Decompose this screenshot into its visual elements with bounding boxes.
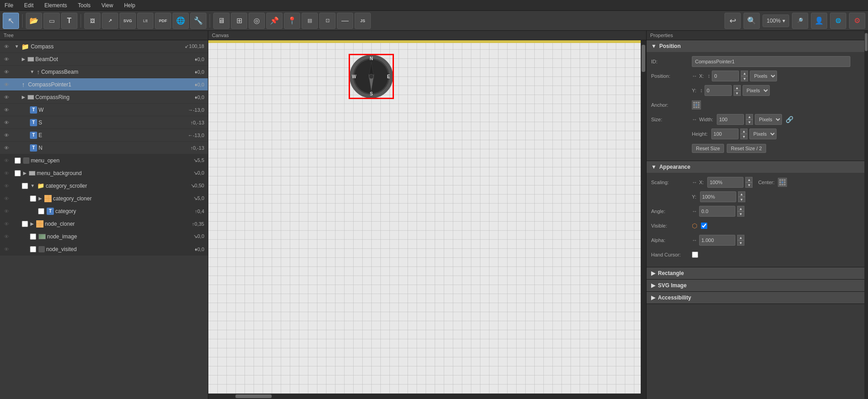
height-input[interactable] (711, 128, 739, 139)
alpha-input[interactable] (699, 235, 735, 246)
pdf-btn[interactable]: PDF (155, 13, 171, 29)
tree-row-compassbeam[interactable]: 👁 ▼ ↑ CompassBeam ♦0,0 (0, 66, 208, 78)
x-scale-spin-up[interactable]: ▲ (745, 177, 753, 182)
x-scale-spin-down[interactable]: ▼ (745, 182, 753, 188)
vis-icon-compassring[interactable]: 👁 (0, 91, 13, 104)
vis-icon-category-scroller[interactable]: 👁 (0, 180, 13, 192)
reset-size-btn[interactable]: Reset Size (692, 144, 724, 153)
visible-checkbox[interactable] (701, 223, 707, 229)
image-btn[interactable]: 🖼 (84, 13, 101, 29)
lettle-btn[interactable]: Ltt (137, 13, 153, 29)
canvas-scrollbar-horizontal[interactable] (208, 394, 641, 399)
profile-btn[interactable]: 👤 (811, 13, 827, 29)
tree-row-s[interactable]: 👁 T S ↑0,-13 (0, 116, 208, 129)
check-menu-open[interactable] (14, 157, 21, 164)
angle-input[interactable] (699, 206, 735, 217)
aspect-lock-icon[interactable]: 🔗 (786, 116, 793, 123)
svg-image-section-header[interactable]: ▶ SVG Image (647, 280, 868, 291)
x-scale-input[interactable] (707, 177, 743, 188)
x-position-input[interactable] (712, 71, 739, 81)
height-spin-down[interactable]: ▼ (740, 134, 748, 139)
plugin-btn[interactable]: 🔧 (190, 13, 206, 29)
check-node-cloner[interactable] (22, 221, 28, 227)
vis-icon-menu-open[interactable]: 👁 (0, 154, 13, 167)
tree-row-menu-open[interactable]: 👁 menu_open ↘5,5 (0, 154, 208, 167)
zoom-search-btn[interactable]: 🔍 (743, 13, 760, 29)
angle-spin-down[interactable]: ▼ (737, 211, 744, 217)
check-node-visited[interactable] (30, 246, 36, 252)
scroll-h-thumb[interactable] (235, 394, 272, 398)
heatmap-btn[interactable]: ▤ (302, 13, 318, 29)
y-arrows[interactable]: ↕ (700, 87, 703, 94)
height-unit-select[interactable]: Pixels (749, 128, 777, 139)
tree-row-e[interactable]: 👁 T E ←-13,0 (0, 129, 208, 142)
screen-btn[interactable]: 🔎 (792, 13, 808, 29)
expand-compassbeam[interactable]: ▼ (30, 69, 34, 74)
tree-row-menu-background[interactable]: 👁 ▶ menu_background ↘0,0 (0, 167, 208, 180)
vis-icon-category[interactable]: 👁 (0, 205, 13, 218)
vis-icon-compass[interactable]: 👁 (0, 40, 13, 53)
expand-compassring[interactable]: ▶ (22, 95, 25, 100)
anchor-grid[interactable] (692, 100, 701, 109)
id-input[interactable] (692, 56, 850, 67)
angle-spin-up[interactable]: ▲ (737, 206, 744, 211)
rectangle-section-header[interactable]: ▶ Rectangle (647, 267, 868, 279)
zoom-selector[interactable]: 100% ▾ (762, 14, 789, 27)
tree-row-category[interactable]: 👁 T category ↑0,4 (0, 205, 208, 218)
check-category-scroller[interactable] (22, 183, 28, 189)
vis-icon-node-cloner[interactable]: 👁 (0, 218, 13, 230)
undo-btn[interactable]: ↩ (724, 13, 741, 29)
angle-link-icon[interactable]: ↔ (692, 208, 697, 214)
cursor-btn[interactable]: ↗ (102, 13, 118, 29)
expand-compass[interactable]: ▼ (14, 44, 19, 49)
y-spin-down[interactable]: ▼ (734, 90, 741, 96)
canvas-container[interactable]: N S E W (208, 40, 646, 399)
y-scale-spin-up[interactable]: ▲ (738, 191, 745, 197)
vis-icon-compassbeam[interactable]: 👁 (0, 66, 13, 78)
scroll-v-thumb[interactable] (642, 45, 645, 72)
check-menu-background[interactable] (14, 170, 21, 176)
tree-row-category-scroller[interactable]: 👁 ▼ 📁 category_scroller ↘0,50 (0, 180, 208, 192)
check-category[interactable] (38, 208, 44, 214)
expand-category-cloner[interactable]: ▶ (38, 196, 42, 201)
accessibility-section-header[interactable]: ▶ Accessibility (647, 292, 868, 304)
canvas-scrollbar-vertical[interactable] (641, 40, 646, 399)
y-position-input[interactable] (705, 85, 732, 96)
expand-category-scroller[interactable]: ▼ (30, 183, 35, 188)
vis-icon-n[interactable]: 👁 (0, 142, 13, 154)
vis-icon-s[interactable]: 👁 (0, 116, 13, 129)
tree-row-w[interactable]: 👁 T W →-13,0 (0, 104, 208, 116)
x-arrows[interactable]: ↕ (707, 73, 710, 79)
visible-binding-icon[interactable]: ⬡ (692, 222, 697, 229)
check-node-image[interactable] (30, 233, 36, 240)
appearance-section-header[interactable]: ▼ Appearance (647, 161, 868, 173)
vis-icon-category-cloner[interactable]: 👁 (0, 192, 13, 205)
vis-icon-w[interactable]: 👁 (0, 104, 13, 116)
check-category-cloner[interactable] (30, 195, 36, 202)
vis-icon-menu-background[interactable]: 👁 (0, 167, 13, 180)
js-btn[interactable]: JS (355, 13, 371, 29)
window-btn[interactable]: ▭ (43, 13, 60, 29)
expand-node-cloner[interactable]: ▶ (30, 221, 34, 226)
tree-row-compass[interactable]: 👁 ▼ 📁 Compass ↙100,18 (0, 40, 208, 53)
expand-beamdot[interactable]: ▶ (22, 57, 25, 62)
position-link-icon[interactable]: ↔ (692, 73, 697, 79)
globe-btn[interactable]: 🌐 (173, 13, 189, 29)
y-scale-input[interactable] (700, 191, 736, 202)
size-link-icon[interactable]: ↔ (692, 116, 697, 123)
hand-cursor-checkbox[interactable] (692, 252, 698, 258)
x-spin-up[interactable]: ▲ (741, 71, 748, 76)
open-folder-btn[interactable]: 📂 (26, 13, 42, 29)
tree-row-n[interactable]: 👁 T N ↑0,-13 (0, 142, 208, 154)
lang-btn[interactable]: 🌐 (830, 13, 846, 29)
y-spin-up[interactable]: ▲ (734, 85, 741, 90)
x-unit-select[interactable]: Pixels (750, 71, 777, 81)
tree-scroll-area[interactable]: 👁 ▼ 📁 Compass ↙100,18 👁 ▶ BeamDot ♦0,0 (0, 40, 208, 399)
tree-row-beamdot[interactable]: 👁 ▶ BeamDot ♦0,0 (0, 53, 208, 66)
menu-file[interactable]: File (2, 1, 16, 10)
menu-edit[interactable]: Edit (21, 1, 36, 10)
route-btn[interactable]: ⊡ (319, 13, 336, 29)
menu-view[interactable]: View (99, 1, 116, 10)
canvas-grid[interactable]: N S E W (208, 40, 646, 399)
vis-icon-e[interactable]: 👁 (0, 129, 13, 142)
